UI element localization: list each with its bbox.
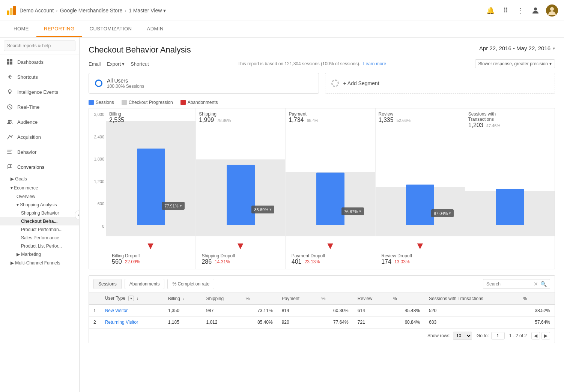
view-selector[interactable]: 1 Master View ▾ [129,8,166,14]
sidebar-item-conversions[interactable]: Conversions [0,159,79,174]
sidebar-item-overview[interactable]: Overview [0,192,79,201]
tab-home[interactable]: HOME [6,21,36,37]
data-table-section: Sessions Abandonments % Completion rate … [89,275,555,343]
payment-dropoff-pct: 23.13% [305,259,320,264]
segment-name: All Users [107,78,144,84]
segment-all-users[interactable]: All Users 100.00% Sessions [89,73,319,94]
legend-checkout: Checkout Progression [122,100,173,105]
tab-sessions[interactable]: Sessions [93,279,122,289]
user-type-filter[interactable]: ▾ [128,296,134,301]
sidebar-item-realtime[interactable]: Real-Time [0,99,79,114]
transactions-bar [496,189,524,225]
show-rows-label: Show rows: [427,333,451,338]
checkout-label: Checkout Progression [129,100,173,105]
avatar[interactable] [546,5,558,17]
learn-more-link[interactable]: Learn more [363,61,386,66]
sidebar-item-behavior[interactable]: Behavior [0,144,79,159]
tab-reporting[interactable]: REPORTING [36,21,82,37]
goto-page: Go to: [477,332,505,339]
sidebar-item-shopping-behavior[interactable]: Shopping Behavior [0,209,79,217]
sidebar-item-dashboards[interactable]: Dashboards [0,54,79,69]
intelligence-label: Intelligence Events [17,89,58,95]
tab-completion-rate[interactable]: % Completion rate [167,279,214,289]
table-search-input[interactable] [486,281,531,287]
main-nav: HOME REPORTING CUSTOMIZATION ADMIN [0,21,564,38]
review-conv-badge: 87.04% ▾ [431,209,454,217]
export-button[interactable]: Export ▾ [107,61,125,67]
search-icon[interactable]: 🔍 [540,281,547,287]
sidebar-item-product-performance[interactable]: Product Performan... [0,225,79,234]
sidebar-item-audience[interactable]: Audience [0,114,79,129]
more-icon[interactable]: ⋮ [516,6,525,15]
realtime-label: Real-Time [17,104,39,110]
behavior-label: Behavior [17,149,36,155]
transactions-label: Sessions with Transactions 1,203 47.46% [468,111,517,129]
svg-point-3 [534,8,537,11]
row2-shipping: 1,012 [202,317,241,328]
sidebar-item-product-list[interactable]: Product List Perfor... [0,242,79,250]
rows-per-page-select[interactable]: 10 25 50 100 [453,332,472,340]
behavior-icon [6,148,14,156]
main-layout: ◀ Dashboards Shortcuts Intelligence Even… [0,38,564,392]
shortcut-button[interactable]: Shortcut [131,61,149,67]
apps-icon[interactable]: ⠿ [501,6,510,15]
abandonment-label: Abandonments [188,100,218,105]
property-name[interactable]: Google Merchandise Store [60,8,123,14]
add-segment-card[interactable]: + Add Segment [325,73,555,94]
notifications-icon[interactable]: 🔔 [486,6,495,15]
row1-transactions: 520 [424,305,519,317]
clear-search-icon[interactable]: ✕ [534,281,538,287]
sidebar-item-acquisition[interactable]: Acquisition [0,129,79,144]
tab-abandonments[interactable]: Abandonments [125,279,165,289]
tab-customization[interactable]: CUSTOMIZATION [82,21,140,37]
sidebar-item-intelligence[interactable]: Intelligence Events [0,84,79,99]
account-name[interactable]: Demo Account [20,8,54,14]
y-600: 600 [90,201,104,206]
shipping-conv-badge: 85.69% ▾ [251,206,274,213]
goto-input[interactable] [491,332,505,339]
col-header-billing[interactable]: Billing ↓ [164,293,202,305]
sidebar-item-ecommerce[interactable]: ▾ Ecommerce [0,183,79,192]
sidebar-item-shortcuts[interactable]: Shortcuts [0,69,79,84]
next-page-button[interactable]: ▶ [541,332,550,339]
date-range-selector[interactable]: Apr 22, 2016 - May 22, 2016 ▾ [479,45,555,51]
account-icon[interactable] [531,6,540,15]
sidebar-item-multichannel[interactable]: ▶ Multi-Channel Funnels [0,258,79,267]
svg-rect-0 [7,11,9,15]
row2-user-type[interactable]: Returning Visitor [101,317,164,328]
sidebar-item-marketing[interactable]: ▶ Marketing [0,250,79,258]
tab-admin[interactable]: ADMIN [139,21,171,37]
review-dropoff-pct: 13.03% [394,259,410,264]
row1-review-pct: 45.48% [388,305,424,317]
billing-dropoff-pct: 22.09% [125,259,140,264]
sidebar-item-goals[interactable]: ▶ Goals [0,174,79,183]
precision-selector[interactable]: Slower response, greater precision ▾ [475,59,555,68]
sidebar-item-shopping-analysis[interactable]: ▾ Shopping Analysis [0,201,79,209]
page-info: 1 - 2 of 2 [509,333,527,338]
payment-dropoff-value: 401 23.13% [292,258,369,265]
sidebar: ◀ Dashboards Shortcuts Intelligence Even… [0,38,80,392]
precision-caret: ▾ [549,61,552,66]
top-bar-right: 🔔 ⠿ ⋮ [486,5,558,17]
col-header-user-type[interactable]: User Type ▾ ↓ [101,293,164,305]
prev-page-button[interactable]: ◀ [531,332,540,339]
data-table: User Type ▾ ↓ Billing ↓ Shipping % Pa [89,293,555,328]
row1-payment-pct: 60.30% [317,305,353,317]
view-name: 1 Master View [129,8,162,14]
chart-legend: Sessions Checkout Progression Abandonmen… [89,100,555,105]
y-0: 0 [90,224,104,228]
row1-user-type[interactable]: New Visitor [101,305,164,317]
billing-label: Billing 2,535 [109,111,124,123]
search-input[interactable] [4,41,75,51]
y-1200: 1,200 [90,179,104,184]
svg-rect-17 [7,152,11,152]
col-header-transactions-pct: % [519,293,555,305]
sidebar-item-sales-performance[interactable]: Sales Performance [0,234,79,242]
sidebar-item-checkout-behavior[interactable]: Checkout Beha... [0,217,79,225]
transactions-value: 1,203 47.46% [468,122,517,129]
rows-select: Show rows: 10 25 50 100 [427,332,472,340]
email-button[interactable]: Email [89,61,101,67]
y-1800: 1,800 [90,157,104,161]
stage-review: Review 1,335 52.66% 87.04% ▾ [375,108,465,236]
dropoff-empty [465,236,555,269]
